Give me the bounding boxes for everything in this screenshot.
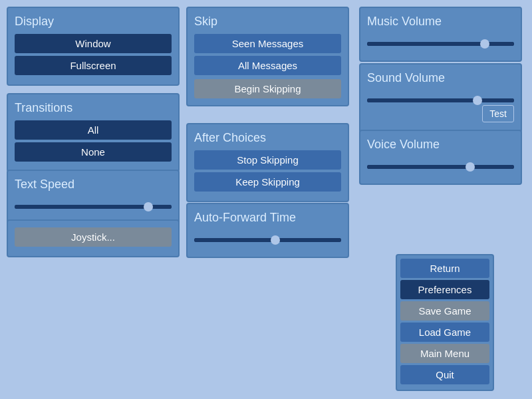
display-panel: Display Window Fullscreen (7, 7, 180, 86)
textspeed-title: Text Speed (15, 178, 172, 192)
preferences-button[interactable]: Preferences (400, 280, 489, 299)
all-messages-button[interactable]: All Messages (194, 56, 341, 75)
joystick-panel: Joystick... (7, 219, 180, 257)
save-game-button[interactable]: Save Game (400, 301, 489, 321)
soundvol-track (367, 98, 514, 102)
transitions-title: Transitions (15, 101, 172, 115)
musicvol-track (367, 42, 514, 46)
skip-title: Skip (194, 15, 341, 29)
textspeed-thumb[interactable] (144, 202, 153, 211)
textspeed-slider[interactable] (15, 205, 172, 209)
autoforward-title: Auto-Forward Time (194, 211, 341, 225)
voicevol-title: Voice Volume (367, 138, 514, 152)
window-button[interactable]: Window (15, 34, 172, 53)
voicevol-thumb[interactable] (466, 162, 475, 172)
seen-messages-button[interactable]: Seen Messages (194, 34, 341, 53)
skip-panel: Skip Seen Messages All Messages Begin Sk… (186, 7, 349, 106)
musicvol-slider-container (367, 34, 514, 54)
musicvol-slider[interactable] (367, 42, 514, 46)
autoforward-slider[interactable] (194, 238, 341, 242)
load-game-button[interactable]: Load Game (400, 323, 489, 342)
musicvol-title: Music Volume (367, 15, 514, 29)
display-title: Display (15, 15, 172, 29)
autoforward-panel: Auto-Forward Time (186, 203, 349, 258)
voicevol-slider[interactable] (367, 165, 514, 169)
test-button[interactable]: Test (482, 105, 514, 122)
textspeed-panel: Text Speed (7, 170, 180, 225)
soundvol-slider[interactable] (367, 98, 514, 102)
afterchoices-title: After Choices (194, 131, 341, 145)
autoforward-thumb[interactable] (271, 235, 280, 245)
soundvol-panel: Sound Volume Test (359, 63, 522, 133)
soundvol-slider-container: Test (367, 90, 514, 125)
voicevol-track (367, 165, 514, 169)
joystick-button[interactable]: Joystick... (15, 227, 172, 247)
return-button[interactable]: Return (400, 259, 489, 278)
main-menu-button[interactable]: Main Menu (400, 344, 489, 363)
fullscreen-button[interactable]: Fullscreen (15, 56, 172, 75)
textspeed-slider-container (15, 197, 172, 217)
soundvol-thumb[interactable] (473, 96, 482, 105)
autoforward-track (194, 238, 341, 242)
musicvol-thumb[interactable] (480, 39, 489, 49)
stop-skipping-button[interactable]: Stop Skipping (194, 150, 341, 170)
musicvol-panel: Music Volume (359, 7, 522, 62)
transitions-panel: Transitions All None (7, 93, 180, 172)
none-button[interactable]: None (15, 142, 172, 162)
begin-skipping-button[interactable]: Begin Skipping (194, 79, 341, 98)
afterchoices-panel: After Choices Stop Skipping Keep Skippin… (186, 123, 349, 202)
soundvol-title: Sound Volume (367, 71, 514, 85)
autoforward-slider-container (194, 230, 341, 250)
voicevol-slider-container (367, 157, 514, 177)
menu-panel: Return Preferences Save Game Load Game M… (396, 254, 494, 391)
voicevol-panel: Voice Volume (359, 130, 522, 185)
all-button[interactable]: All (15, 120, 172, 140)
keep-skipping-button[interactable]: Keep Skipping (194, 172, 341, 192)
quit-button[interactable]: Quit (400, 365, 489, 384)
